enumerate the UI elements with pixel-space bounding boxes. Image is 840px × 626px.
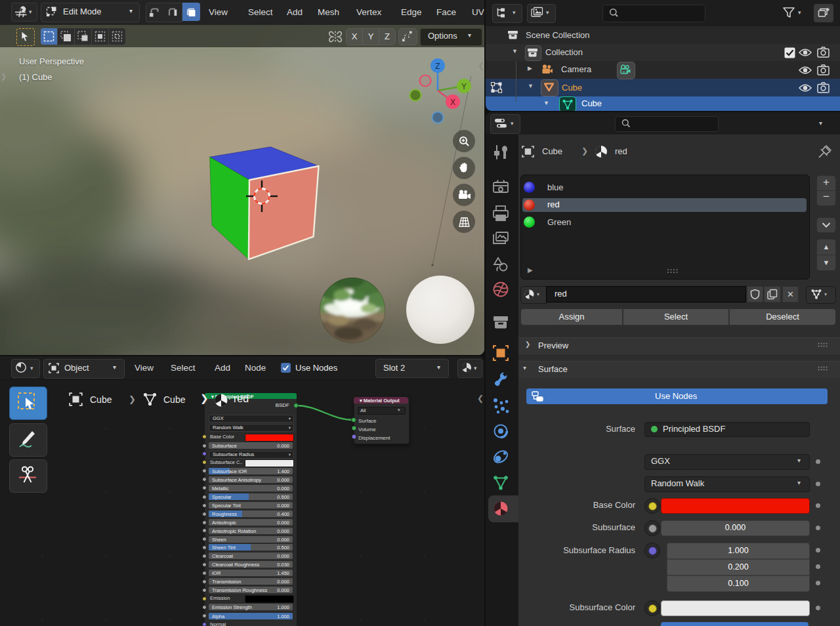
svg-text:Z: Z — [435, 62, 440, 71]
svg-text:X: X — [450, 98, 455, 107]
svg-text:Y: Y — [461, 82, 467, 91]
